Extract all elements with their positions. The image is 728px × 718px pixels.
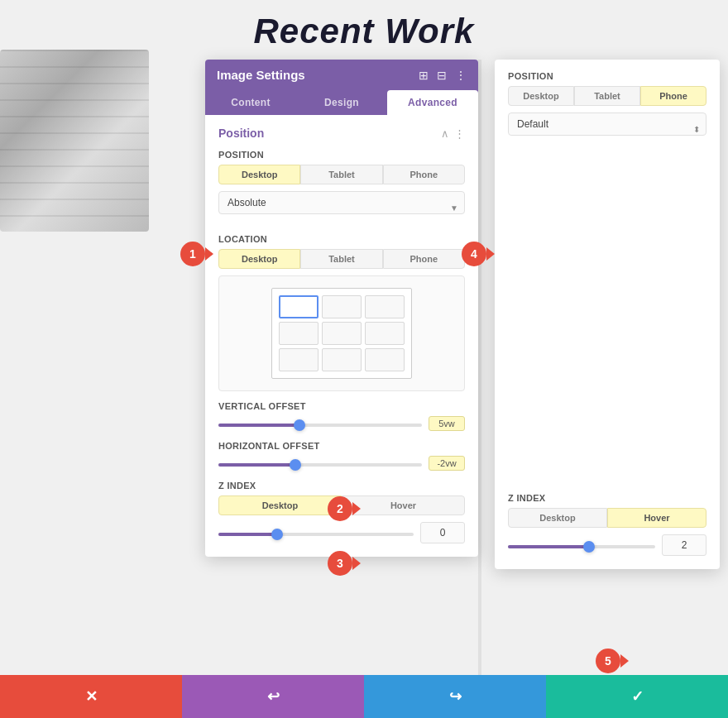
vertical-offset-row: Vertical Offset 5vw <box>218 401 465 431</box>
right-zindex-tabs: Desktop Hover <box>508 508 706 528</box>
right-panel: Position Desktop Tablet Phone Default Ab… <box>495 60 720 569</box>
redo-button[interactable]: ↪ <box>364 675 546 718</box>
right-zindex-hover-tab[interactable]: Hover <box>607 508 706 528</box>
vertical-offset-slider-wrap <box>218 417 422 430</box>
columns-icon[interactable]: ⊟ <box>437 69 447 82</box>
expand-icon[interactable]: ⊞ <box>419 69 429 82</box>
horizontal-offset-slider-wrap <box>218 457 422 470</box>
loc-cell-br[interactable] <box>365 348 405 371</box>
panel-header: Image Settings ⊞ ⊟ ⋮ <box>205 60 478 90</box>
badge-2: 2 <box>328 496 361 521</box>
vertical-offset-track <box>218 424 422 427</box>
cancel-button[interactable]: ✕ <box>0 675 182 718</box>
vertical-offset-fill <box>218 424 299 427</box>
vertical-offset-value[interactable]: 5vw <box>429 416 465 431</box>
loc-cell-mc[interactable] <box>322 322 362 345</box>
page-title: Recent Work <box>0 12 728 51</box>
horizontal-offset-row: Horizontal Offset -2vw <box>218 441 465 471</box>
cancel-icon: ✕ <box>85 687 98 706</box>
bottom-toolbar: ✕ ↩ ↪ ✓ <box>0 675 728 718</box>
vertical-divider <box>478 60 481 688</box>
right-panel-body: Position Desktop Tablet Phone Default Ab… <box>495 60 720 569</box>
save-button[interactable]: ✓ <box>546 675 728 718</box>
position-phone-tab[interactable]: Phone <box>383 165 465 184</box>
tab-design[interactable]: Design <box>296 90 387 115</box>
right-position-select[interactable]: Default Absolute Relative Fixed <box>508 112 706 136</box>
zindex-label: Z Index <box>218 481 465 491</box>
section-header: Position ∧ ⋮ <box>218 127 465 140</box>
panel-title: Image Settings <box>217 68 305 82</box>
undo-icon: ↩ <box>267 687 280 706</box>
right-zindex-slider-wrap <box>508 538 655 552</box>
location-field-label: Location <box>218 234 465 244</box>
horizontal-offset-fill <box>218 463 295 467</box>
location-inner-grid <box>271 288 412 379</box>
horizontal-offset-thumb[interactable] <box>290 459 301 471</box>
location-grid[interactable] <box>218 275 465 391</box>
image-settings-panel: Image Settings ⊞ ⊟ ⋮ Content Design Adva… <box>205 60 478 557</box>
right-zindex-input[interactable] <box>662 534 706 556</box>
badge-1-arrow <box>205 247 213 261</box>
undo-button[interactable]: ↩ <box>182 675 364 718</box>
panel-tabs: Content Design Advanced <box>205 90 478 115</box>
badge-3: 3 <box>328 551 361 576</box>
panel-body: Position ∧ ⋮ Position Desktop Tablet Pho… <box>205 115 478 557</box>
badge-3-arrow <box>352 557 361 570</box>
badge-1-circle: 1 <box>180 242 205 266</box>
zindex-controls <box>218 522 465 543</box>
badge-5: 5 <box>596 649 629 673</box>
vertical-offset-label: Vertical Offset <box>218 401 465 411</box>
more-icon[interactable]: ⋮ <box>455 69 467 82</box>
location-phone-tab[interactable]: Phone <box>383 249 465 269</box>
redo-icon: ↪ <box>449 687 462 706</box>
section-more-icon[interactable]: ⋮ <box>454 127 465 140</box>
right-position-label: Position <box>508 71 706 81</box>
books-image <box>0 50 149 232</box>
tab-advanced[interactable]: Advanced <box>387 90 478 115</box>
location-device-tabs: Desktop Tablet Phone <box>218 249 465 269</box>
horizontal-offset-value[interactable]: -2vw <box>429 456 465 471</box>
position-desktop-tab[interactable]: Desktop <box>218 165 300 184</box>
right-device-tabs: Desktop Tablet Phone <box>508 86 706 106</box>
horizontal-offset-label: Horizontal Offset <box>218 441 465 451</box>
zindex-thumb[interactable] <box>271 529 283 540</box>
horizontal-offset-track <box>218 463 422 467</box>
zindex-fill <box>218 533 277 536</box>
position-select[interactable]: Absolute Relative Fixed Default <box>218 191 465 214</box>
zindex-desktop-tab[interactable]: Desktop <box>218 495 342 515</box>
badge-1: 1 <box>180 242 213 266</box>
badge-5-circle: 5 <box>596 649 620 673</box>
right-tablet-tab[interactable]: Tablet <box>574 86 640 106</box>
right-zindex-section: Z Index Desktop Hover <box>508 493 706 556</box>
zindex-input[interactable] <box>420 522 465 543</box>
right-dropdown-wrap: Default Absolute Relative Fixed ⬍ <box>508 112 706 146</box>
loc-cell-tr[interactable] <box>365 295 405 318</box>
location-tablet-tab[interactable]: Tablet <box>300 249 382 269</box>
location-desktop-tab[interactable]: Desktop <box>218 249 300 269</box>
loc-cell-ml[interactable] <box>279 322 318 345</box>
section-controls: ∧ ⋮ <box>441 127 465 140</box>
position-tablet-tab[interactable]: Tablet <box>300 165 382 184</box>
collapse-icon[interactable]: ∧ <box>441 127 449 140</box>
loc-cell-tl[interactable] <box>279 295 318 318</box>
right-position-field: Position Desktop Tablet Phone Default Ab… <box>508 71 706 146</box>
right-zindex-thumb[interactable] <box>583 541 595 553</box>
badge-4-arrow <box>486 247 495 261</box>
loc-cell-tc[interactable] <box>322 295 362 318</box>
right-zindex-desktop-tab[interactable]: Desktop <box>508 508 607 528</box>
position-device-tabs: Desktop Tablet Phone <box>218 165 465 184</box>
loc-cell-mr[interactable] <box>365 322 405 345</box>
right-phone-tab[interactable]: Phone <box>640 86 706 106</box>
right-zindex-controls <box>508 534 706 556</box>
panel-header-icons: ⊞ ⊟ ⋮ <box>419 69 467 82</box>
right-desktop-tab[interactable]: Desktop <box>508 86 574 106</box>
right-zindex-track <box>508 545 655 548</box>
tab-content[interactable]: Content <box>205 90 296 115</box>
loc-cell-bl[interactable] <box>279 348 318 371</box>
badge-2-arrow <box>352 502 361 515</box>
vertical-offset-thumb[interactable] <box>294 419 305 431</box>
right-zindex-fill <box>508 545 589 548</box>
loc-cell-bc[interactable] <box>322 348 362 371</box>
zindex-track <box>218 533 414 536</box>
horizontal-offset-controls: -2vw <box>218 456 465 471</box>
